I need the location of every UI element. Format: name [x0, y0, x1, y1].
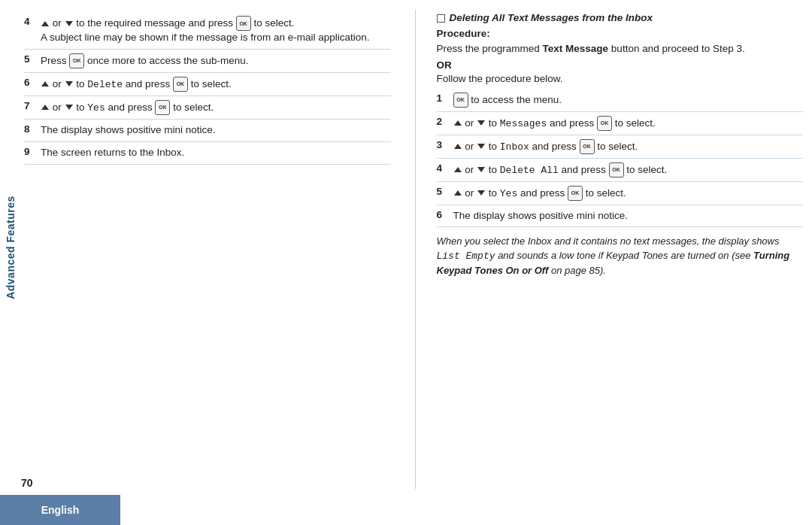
- ok-button-icon: OK: [155, 100, 170, 115]
- right-column: Deleting All Text Messages from the Inbo…: [415, 9, 804, 489]
- procedure-text: Press the programmed Text Message button…: [437, 41, 804, 56]
- ok-button-icon: OK: [173, 77, 188, 92]
- step-number: 1: [437, 93, 449, 104]
- step-number: 7: [24, 100, 36, 111]
- step-number: 5: [437, 186, 449, 197]
- step-number: 5: [24, 53, 36, 65]
- down-arrow-icon: [65, 105, 73, 110]
- language-tab-label: English: [41, 504, 80, 516]
- step-number: 4: [24, 16, 36, 27]
- ok-button-icon: OK: [580, 139, 595, 154]
- up-arrow-icon: [41, 81, 49, 86]
- up-arrow-icon: [41, 21, 49, 26]
- step-number: 4: [437, 162, 449, 174]
- down-arrow-icon: [477, 144, 485, 149]
- list-item: 5 or to Yes and press OK to select.: [437, 182, 804, 205]
- up-arrow-icon: [41, 105, 49, 110]
- step-number: 8: [24, 123, 36, 135]
- step-number: 9: [24, 146, 36, 157]
- ok-button-icon: OK: [568, 186, 583, 201]
- list-item: 3 or to Inbox and press OK to select.: [437, 135, 804, 159]
- list-item: 5Press OK once more to access the sub-me…: [24, 50, 391, 73]
- list-item: 7 or to Yes and press OK to select.: [24, 96, 391, 120]
- up-arrow-icon: [454, 190, 462, 196]
- list-item: 4 or to the required message and press O…: [24, 12, 391, 50]
- step-text: OK to access the menu.: [453, 93, 804, 108]
- section-title-text: Deleting All Text Messages from the Inbo…: [450, 12, 653, 23]
- main-content: 4 or to the required message and press O…: [24, 9, 803, 489]
- section-square-icon: [437, 14, 445, 23]
- step-number: 2: [437, 116, 449, 127]
- procedure-label: Procedure:: [437, 28, 804, 39]
- up-arrow-icon: [454, 167, 462, 172]
- list-item: 9The screen returns to the Inbox.: [24, 142, 391, 165]
- step-text: Press OK once more to access the sub-men…: [41, 53, 391, 68]
- ok-button-icon: OK: [69, 53, 84, 68]
- up-arrow-icon: [454, 144, 462, 149]
- ok-button-icon: OK: [453, 93, 468, 108]
- or-label: OR: [437, 59, 804, 71]
- ok-button-icon: OK: [236, 16, 251, 31]
- down-arrow-icon: [65, 81, 73, 86]
- down-arrow-icon: [477, 167, 485, 172]
- ok-button-icon: OK: [597, 116, 612, 131]
- up-arrow-icon: [454, 120, 462, 126]
- step-number: 6: [24, 77, 36, 88]
- down-arrow-icon: [65, 21, 73, 26]
- ok-button-icon: OK: [609, 162, 624, 178]
- sidebar-label: Advanced Features: [5, 196, 17, 299]
- list-item: 4 or to Delete All and press OK to selec…: [437, 159, 804, 182]
- step-text: or to Inbox and press OK to select.: [453, 139, 804, 154]
- step-text: or to Yes and press OK to select.: [453, 186, 804, 201]
- list-item: 6 or to Delete and press OK to select.: [24, 73, 391, 96]
- sidebar: Advanced Features: [0, 0, 21, 495]
- italic-note: When you select the Inbox and it contain…: [437, 235, 804, 278]
- step-text: or to Messages and press OK to select.: [453, 116, 804, 131]
- step-text: The screen returns to the Inbox.: [41, 146, 391, 160]
- list-item: 8The display shows positive mini notice.: [24, 120, 391, 142]
- follow-text: Follow the procedure below.: [437, 73, 804, 84]
- step-text: or to Delete and press OK to select.: [41, 77, 391, 92]
- step-text: or to Yes and press OK to select.: [41, 100, 391, 115]
- list-item: 6The display shows positive mini notice.: [437, 205, 804, 228]
- section-title: Deleting All Text Messages from the Inbo…: [437, 12, 804, 23]
- down-arrow-icon: [477, 190, 485, 196]
- left-column: 4 or to the required message and press O…: [24, 9, 391, 489]
- list-item: 2 or to Messages and press OK to select.: [437, 112, 804, 135]
- language-tab[interactable]: English: [0, 495, 120, 525]
- step-text: The display shows positive mini notice.: [453, 209, 804, 223]
- step-number: 3: [437, 139, 449, 150]
- step-text: or to Delete All and press OK to select.: [453, 162, 804, 178]
- down-arrow-icon: [477, 120, 485, 126]
- step-text: or to the required message and press OK …: [41, 16, 391, 45]
- list-item: 1OK to access the menu.: [437, 89, 804, 112]
- step-number: 6: [437, 209, 449, 220]
- step-text: The display shows positive mini notice.: [41, 123, 391, 138]
